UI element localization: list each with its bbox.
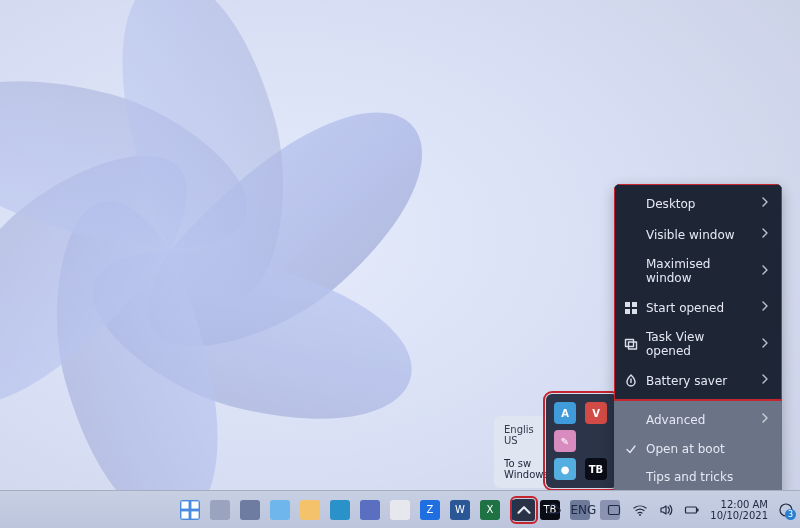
volume-icon[interactable]	[658, 502, 674, 518]
svg-rect-4	[632, 309, 637, 314]
svg-rect-13	[686, 507, 697, 513]
svg-rect-2	[632, 302, 637, 307]
no-icon	[624, 413, 638, 427]
no-icon	[624, 470, 638, 484]
taskbar: ZWXPsTB ENG 12:00 AM 10/10/2021 3	[0, 490, 800, 528]
chevron-right-icon	[760, 372, 770, 389]
tray-context-menu: DesktopVisible windowMaximised windowSta…	[614, 184, 782, 525]
svg-rect-14	[697, 508, 699, 511]
task-view-icon	[624, 337, 638, 351]
hidden-icons-flyout: AV✎●TB	[546, 394, 618, 488]
tray-app-dot[interactable]: ●	[554, 458, 576, 480]
onedrive-icon[interactable]	[545, 502, 561, 518]
ctx-item-maximised-window[interactable]: Maximised window	[614, 250, 782, 292]
task-view-button[interactable]	[240, 500, 260, 520]
check-icon	[624, 442, 638, 456]
ctx-item-open-at-boot[interactable]: Open at boot	[614, 435, 782, 463]
battery-icon[interactable]	[684, 502, 700, 518]
ime-hint-prefix: To sw	[504, 458, 531, 469]
clock-date: 10/10/2021	[710, 510, 768, 521]
chevron-right-icon	[760, 195, 770, 212]
svg-rect-11	[609, 505, 620, 514]
tray-app-tb[interactable]: TB	[585, 458, 607, 480]
ctx-item-label: Tips and tricks	[646, 470, 752, 484]
start-button[interactable]	[180, 500, 200, 520]
chevron-right-icon	[760, 411, 770, 428]
start-icon	[624, 301, 638, 315]
explorer-button[interactable]	[300, 500, 320, 520]
tray-app-a[interactable]: A	[554, 402, 576, 424]
ime-mode-icon[interactable]	[606, 502, 622, 518]
svg-rect-3	[625, 309, 630, 314]
tray-app-eraser[interactable]: ✎	[554, 430, 576, 452]
svg-rect-9	[181, 511, 188, 518]
ctx-item-label: Desktop	[646, 197, 752, 211]
zalo-button[interactable]: Z	[420, 500, 440, 520]
system-tray: ENG 12:00 AM 10/10/2021 3	[513, 491, 795, 528]
notif-badge: 3	[785, 509, 796, 520]
no-icon	[624, 197, 638, 211]
ctx-item-label: Open at boot	[646, 442, 752, 456]
store-button[interactable]	[360, 500, 380, 520]
chevron-right-icon	[760, 226, 770, 243]
ctx-item-desktop[interactable]: Desktop	[614, 188, 782, 219]
chevron-right-icon	[760, 263, 770, 280]
word-button[interactable]: W	[450, 500, 470, 520]
tray-app-blank[interactable]	[585, 430, 607, 452]
chevron-right-icon	[760, 336, 770, 353]
edge-button[interactable]	[330, 500, 350, 520]
ctx-item-visible-window[interactable]: Visible window	[614, 219, 782, 250]
notifications-button[interactable]: 3	[778, 502, 794, 518]
ctx-item-label: Advanced	[646, 413, 752, 427]
show-hidden-icons-button[interactable]	[513, 499, 535, 521]
ctx-item-label: Task View opened	[646, 330, 752, 358]
ctx-item-advanced[interactable]: Advanced	[614, 404, 782, 435]
svg-rect-8	[191, 501, 198, 508]
no-icon	[624, 264, 638, 278]
language-indicator[interactable]: ENG	[571, 503, 597, 517]
clock[interactable]: 12:00 AM 10/10/2021	[710, 499, 768, 521]
tray-app-v[interactable]: V	[585, 402, 607, 424]
ctx-item-label: Visible window	[646, 228, 752, 242]
search-button[interactable]	[210, 500, 230, 520]
no-icon	[624, 228, 638, 242]
ctx-item-tips-and-tricks[interactable]: Tips and tricks	[614, 463, 782, 491]
svg-rect-7	[181, 501, 188, 508]
ctx-item-start-opened[interactable]: Start opened	[614, 292, 782, 323]
ctx-item-task-view-opened[interactable]: Task View opened	[614, 323, 782, 365]
svg-rect-10	[191, 511, 198, 518]
widgets-button[interactable]	[270, 500, 290, 520]
ctx-item-label: Battery saver	[646, 374, 752, 388]
svg-rect-6	[629, 342, 637, 349]
wifi-icon[interactable]	[632, 502, 648, 518]
svg-rect-5	[626, 340, 634, 347]
ctx-item-label: Maximised window	[646, 257, 752, 285]
ctx-item-label: Start opened	[646, 301, 752, 315]
svg-rect-1	[625, 302, 630, 307]
battery-saver-icon	[624, 374, 638, 388]
chevron-right-icon	[760, 299, 770, 316]
svg-point-12	[639, 514, 641, 516]
clock-time: 12:00 AM	[710, 499, 768, 510]
excel-button[interactable]: X	[480, 500, 500, 520]
chrome-button[interactable]	[390, 500, 410, 520]
ctx-item-battery-saver[interactable]: Battery saver	[614, 365, 782, 396]
